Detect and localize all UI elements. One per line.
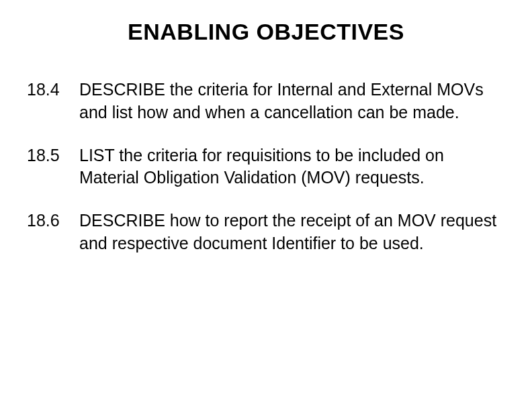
objective-text: LIST the criteria for requisitions to be… xyxy=(79,144,505,190)
objectives-list: 18.4 DESCRIBE the criteria for Internal … xyxy=(27,79,505,255)
page-title: ENABLING OBJECTIVES xyxy=(27,19,505,45)
list-item: 18.5 LIST the criteria for requisitions … xyxy=(27,144,505,190)
objective-verb: LIST xyxy=(79,146,114,165)
objective-number: 18.4 xyxy=(27,79,79,124)
list-item: 18.6 DESCRIBE how to report the receipt … xyxy=(27,210,505,255)
list-item: 18.4 DESCRIBE the criteria for Internal … xyxy=(27,79,505,124)
objective-text: DESCRIBE how to report the receipt of an… xyxy=(79,210,505,255)
objective-verb: DESCRIBE xyxy=(79,211,165,230)
objective-number: 18.5 xyxy=(27,144,79,190)
objective-verb: DESCRIBE xyxy=(79,80,165,99)
objective-text: DESCRIBE the criteria for Internal and E… xyxy=(79,79,505,124)
slide: ENABLING OBJECTIVES 18.4 DESCRIBE the cr… xyxy=(0,0,532,411)
objective-rest: the criteria for requisitions to be incl… xyxy=(79,146,444,187)
objective-number: 18.6 xyxy=(27,210,79,255)
